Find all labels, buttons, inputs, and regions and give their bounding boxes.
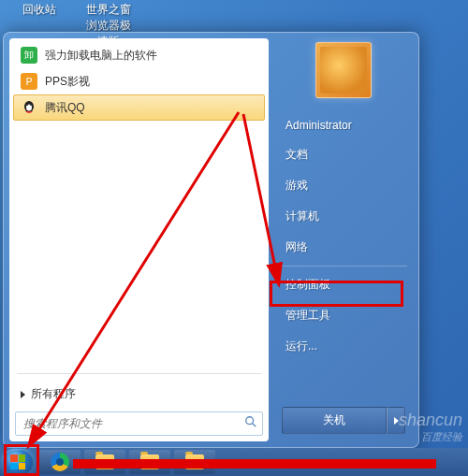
- menu-control-panel[interactable]: 控制面板: [269, 269, 418, 300]
- folder-icon: [140, 454, 159, 469]
- pps-icon: P: [21, 73, 37, 90]
- start-menu-left-pane: 卸 强力卸载电脑上的软件 P PPS影视 腾讯QQ 所有程序: [9, 38, 269, 441]
- menu-network[interactable]: 网络: [269, 232, 418, 263]
- menu-run[interactable]: 运行...: [269, 331, 418, 362]
- menu-games[interactable]: 游戏: [269, 170, 418, 201]
- shutdown-group: 关机: [282, 407, 405, 434]
- search-icon: [244, 415, 257, 428]
- watermark: shancun 百度经验: [399, 411, 462, 444]
- program-item[interactable]: 卸 强力卸载电脑上的软件: [13, 42, 265, 68]
- qq-icon: [21, 99, 37, 116]
- svg-point-4: [246, 417, 254, 425]
- program-list: 卸 强力卸载电脑上的软件 P PPS影视 腾讯QQ: [9, 38, 269, 370]
- taskbar-item-folder[interactable]: [129, 450, 170, 474]
- menu-computer[interactable]: 计算机: [269, 201, 418, 232]
- start-button[interactable]: [2, 449, 34, 475]
- arrow-right-icon: [21, 391, 25, 398]
- program-label: PPS影视: [45, 74, 90, 90]
- taskbar: [0, 448, 468, 476]
- chevron-right-icon: [394, 417, 399, 425]
- start-menu: 卸 强力卸载电脑上的软件 P PPS影视 腾讯QQ 所有程序: [3, 32, 419, 448]
- windows-logo-icon: [10, 454, 25, 469]
- svg-point-3: [30, 104, 32, 106]
- taskbar-item-browser[interactable]: [39, 450, 80, 474]
- user-name[interactable]: Administrator: [269, 111, 418, 139]
- taskbar-item-explorer[interactable]: [84, 450, 125, 474]
- divider: [17, 373, 261, 374]
- svg-line-5: [253, 424, 256, 427]
- all-programs-label: 所有程序: [31, 386, 76, 402]
- browser-icon: [51, 453, 69, 471]
- search-input[interactable]: [15, 411, 263, 436]
- taskbar-item-folder[interactable]: [174, 450, 215, 474]
- menu-documents[interactable]: 文档: [269, 139, 418, 170]
- uninstall-icon: 卸: [21, 47, 37, 64]
- svg-point-2: [27, 104, 29, 106]
- user-picture[interactable]: [315, 42, 372, 98]
- start-menu-right-pane: Administrator 文档 游戏 计算机 网络 控制面板 管理工具 运行.…: [269, 33, 418, 447]
- folder-icon: [95, 454, 114, 469]
- program-item[interactable]: P PPS影视: [13, 68, 265, 94]
- folder-icon: [185, 454, 204, 469]
- all-programs-button[interactable]: 所有程序: [9, 377, 269, 411]
- menu-admin-tools[interactable]: 管理工具: [269, 300, 418, 331]
- program-item-selected[interactable]: 腾讯QQ: [13, 94, 265, 121]
- search-box: [15, 411, 263, 436]
- shutdown-button[interactable]: 关机: [282, 407, 387, 434]
- program-label: 腾讯QQ: [45, 100, 85, 116]
- svg-point-1: [26, 105, 32, 111]
- program-label: 强力卸载电脑上的软件: [45, 48, 157, 64]
- divider: [280, 266, 407, 267]
